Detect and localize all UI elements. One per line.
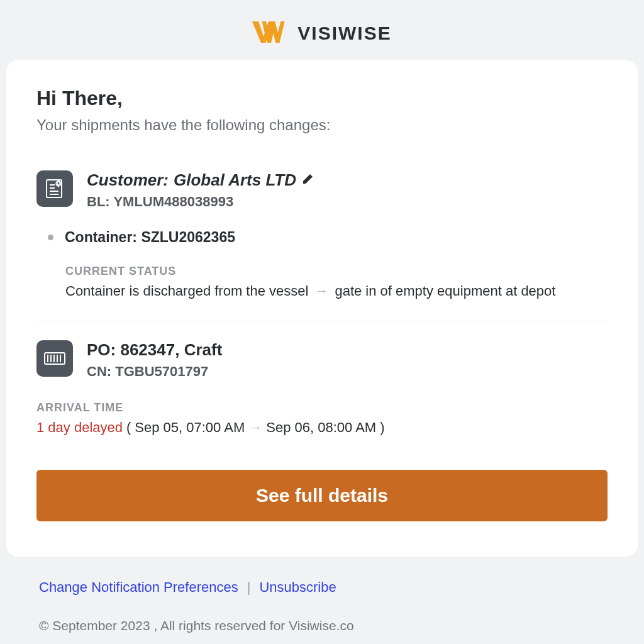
customer-name: Global Arts LTD — [174, 170, 296, 190]
status-block: CURRENT STATUS Container is discharged f… — [65, 265, 608, 299]
brand-name: VISIWISE — [297, 23, 391, 44]
bullet-dot-icon — [48, 235, 53, 240]
see-full-details-button[interactable]: See full details — [36, 470, 608, 521]
shipment-1-header: Customer: Global Arts LTD BL: YMLUM48803… — [36, 170, 608, 210]
po-label: PO: — [87, 340, 120, 359]
status-change-line: Container is discharged from the vessel … — [65, 283, 608, 299]
po-value: 862347, Craft — [120, 340, 222, 359]
footer-separator: | — [247, 579, 251, 596]
container-label: Container: — [65, 229, 141, 245]
intro-text: Your shipments have the following change… — [36, 116, 608, 134]
unsubscribe-link[interactable]: Unsubscribe — [259, 579, 336, 596]
cn-label: CN: — [87, 364, 115, 379]
cn-number: TGBU5701797 — [115, 364, 208, 379]
paren-close: ) — [380, 419, 384, 436]
copyright-text: © September 2023 , All rights reserved f… — [39, 618, 605, 633]
paren-open: ( — [126, 419, 131, 436]
change-preferences-link[interactable]: Change Notification Preferences — [39, 579, 238, 596]
arrival-block: ARRIVAL TIME 1 day delayed (Sep 05, 07:0… — [36, 401, 608, 436]
arrival-from: Sep 05, 07:00 AM — [135, 419, 245, 436]
delay-text: 1 day delayed — [36, 419, 123, 436]
customer-title-line: Customer: Global Arts LTD — [87, 170, 315, 190]
bl-label: BL: — [87, 194, 113, 209]
greeting-text: Hi There, — [36, 87, 608, 110]
container-line: Container: SZLU2062365 — [48, 229, 608, 246]
divider — [36, 321, 608, 321]
brand-header: VISIWISE — [5, 5, 639, 60]
arrival-time-label: ARRIVAL TIME — [36, 401, 608, 414]
customer-label: Customer: — [87, 170, 169, 190]
cn-line: CN: TGBU5701797 — [87, 364, 222, 380]
container-number: SZLU2062365 — [141, 229, 235, 245]
arrow-right-icon: → — [248, 419, 262, 436]
current-status-label: CURRENT STATUS — [65, 265, 608, 278]
status-from: Container is discharged from the vessel — [65, 283, 308, 299]
container-icon — [36, 340, 73, 377]
logo-mark-icon — [252, 21, 290, 45]
footer: Change Notification Preferences | Unsubs… — [5, 557, 639, 633]
footer-links: Change Notification Preferences | Unsubs… — [39, 579, 605, 596]
notification-card: Hi There, Your shipments have the follow… — [6, 60, 638, 557]
shipment-2-header: PO: 862347, Craft CN: TGBU5701797 — [36, 340, 608, 380]
arrival-change-line: 1 day delayed (Sep 05, 07:00 AM → Sep 06… — [36, 419, 608, 436]
bill-of-lading-icon — [36, 170, 73, 207]
po-title-line: PO: 862347, Craft — [87, 340, 222, 360]
edit-icon[interactable] — [301, 170, 315, 190]
bl-line: BL: YMLUM488038993 — [87, 194, 315, 210]
bl-number: YMLUM488038993 — [113, 194, 233, 209]
arrival-to: Sep 06, 08:00 AM — [266, 419, 376, 436]
arrow-right-icon: → — [314, 283, 328, 299]
status-to: gate in of empty equipment at depot — [335, 283, 555, 299]
